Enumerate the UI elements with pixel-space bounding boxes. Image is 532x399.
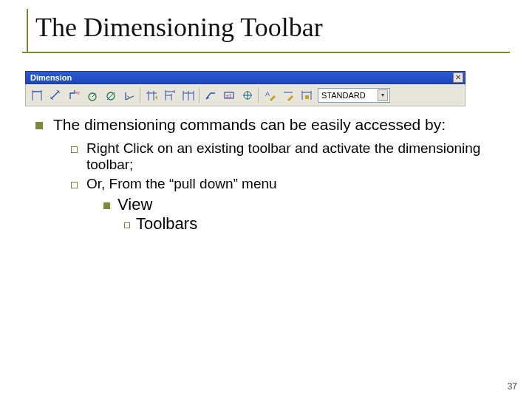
svg-marker-24 bbox=[206, 96, 209, 99]
leader-dim-icon[interactable] bbox=[202, 86, 219, 103]
ordinate-dim-icon[interactable]: xy bbox=[65, 86, 82, 103]
bullet-text: The dimensioning commands can be easily … bbox=[53, 115, 446, 134]
svg-rect-37 bbox=[305, 95, 309, 99]
toolbar-separator bbox=[258, 88, 259, 103]
bullet-text: Right Click on an existing toolbar and a… bbox=[86, 140, 499, 173]
baseline-dim-icon[interactable] bbox=[161, 86, 178, 103]
list-item: Or, From the “pull down” menu bbox=[71, 176, 499, 192]
bullet-icon bbox=[71, 182, 78, 188]
svg-marker-33 bbox=[287, 95, 293, 101]
svg-text:xy: xy bbox=[75, 90, 80, 95]
linear-dim-icon[interactable] bbox=[28, 86, 45, 103]
title-area: The Dimensioning Toolbar bbox=[22, 9, 510, 53]
bullet-text: Toolbars bbox=[136, 214, 197, 233]
bullet-icon bbox=[124, 222, 130, 228]
bullet-icon bbox=[103, 202, 110, 209]
angular-dim-icon[interactable] bbox=[120, 86, 137, 103]
page-number: 37 bbox=[508, 381, 517, 392]
aligned-dim-icon[interactable] bbox=[47, 86, 64, 103]
bullet-text: View bbox=[117, 195, 152, 214]
list-item: Toolbars bbox=[124, 214, 499, 233]
quick-dim-icon[interactable] bbox=[143, 86, 160, 103]
toolbar-title: Dimension bbox=[30, 73, 72, 82]
list-item: The dimensioning commands can be easily … bbox=[35, 115, 499, 134]
dim-style-value: STANDARD bbox=[321, 91, 366, 100]
slide-title: The Dimensioning Toolbar bbox=[35, 12, 510, 43]
bullet-text: Or, From the “pull down” menu bbox=[86, 176, 277, 192]
dim-text-edit-icon[interactable] bbox=[279, 86, 296, 103]
svg-marker-31 bbox=[270, 95, 276, 101]
svg-text:A: A bbox=[265, 90, 270, 98]
bullet-icon bbox=[71, 146, 78, 153]
radius-dim-icon[interactable] bbox=[83, 86, 100, 103]
tolerance-icon[interactable]: ±1 bbox=[220, 86, 237, 103]
dim-style-select[interactable]: STANDARD ▾ bbox=[318, 88, 390, 103]
svg-text:±1: ±1 bbox=[226, 93, 232, 98]
dim-update-icon[interactable] bbox=[298, 86, 315, 103]
toolbar-separator bbox=[140, 88, 140, 103]
toolbar-titlebar[interactable]: Dimension ✕ bbox=[25, 71, 466, 84]
toolbar-body: xy bbox=[25, 84, 466, 106]
svg-marker-14 bbox=[155, 95, 157, 100]
chevron-down-icon[interactable]: ▾ bbox=[378, 89, 388, 101]
diameter-dim-icon[interactable] bbox=[102, 86, 119, 103]
close-icon[interactable]: ✕ bbox=[453, 72, 463, 83]
list-item: Right Click on an existing toolbar and a… bbox=[71, 140, 499, 173]
content-area: The dimensioning commands can be easily … bbox=[35, 115, 499, 233]
toolbar-separator bbox=[199, 88, 200, 103]
list-item: View bbox=[103, 195, 499, 214]
bullet-icon bbox=[35, 122, 43, 129]
continue-dim-icon[interactable] bbox=[180, 86, 197, 103]
dimension-toolbar: Dimension ✕ xy bbox=[25, 71, 466, 106]
dim-edit-icon[interactable]: A bbox=[261, 86, 278, 103]
center-mark-icon[interactable] bbox=[239, 86, 256, 103]
svg-line-3 bbox=[51, 91, 59, 99]
